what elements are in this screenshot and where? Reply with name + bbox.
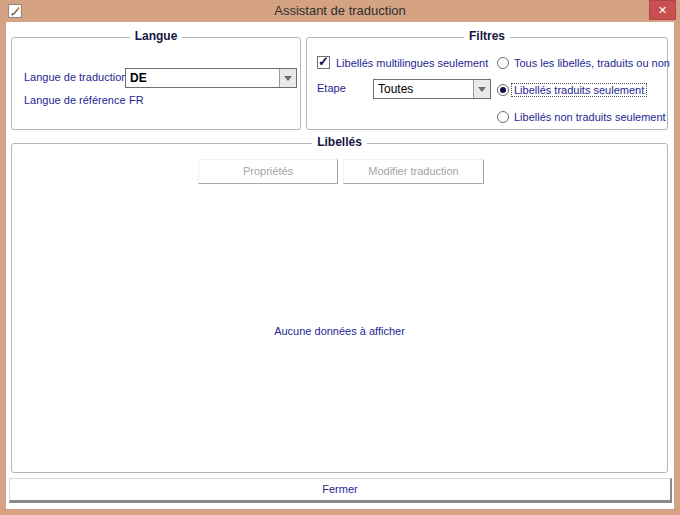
- translation-assistant-dialog: Assistant de traduction ✕ Langue Langue …: [0, 0, 680, 515]
- group-langue: Langue Langue de traduction DE Langue de…: [11, 37, 301, 130]
- group-filtres-title: Filtres: [307, 29, 667, 43]
- radio-translated-only-label[interactable]: Libellés traduits seulement: [512, 84, 646, 96]
- group-libelles-title: Libellés: [12, 135, 667, 149]
- multilingual-only-checkbox[interactable]: ✓: [317, 56, 330, 69]
- group-langue-title: Langue: [12, 29, 300, 43]
- group-libelles: Libellés Propriétés Modifier traduction …: [11, 143, 668, 473]
- radio-untranslated-only-label[interactable]: Libellés non traduits seulement: [514, 111, 666, 123]
- etape-value: Toutes: [378, 82, 413, 96]
- modify-translation-button[interactable]: Modifier traduction: [343, 159, 484, 184]
- radio-all-labels[interactable]: [497, 57, 509, 69]
- translation-language-select[interactable]: DE: [125, 68, 297, 88]
- titlebar[interactable]: Assistant de traduction ✕: [0, 0, 680, 22]
- dialog-content: Langue Langue de traduction DE Langue de…: [6, 22, 674, 509]
- reference-language-value: FR: [129, 94, 144, 106]
- reference-language-label: Langue de référence: [24, 94, 126, 106]
- properties-button[interactable]: Propriétés: [198, 159, 338, 184]
- checkmark-icon: ✓: [318, 54, 329, 69]
- radio-untranslated-only[interactable]: [497, 111, 509, 123]
- close-icon[interactable]: ✕: [649, 0, 676, 20]
- radio-translated-only[interactable]: [497, 84, 509, 96]
- empty-data-message: Aucune données à afficher: [12, 325, 667, 337]
- chevron-down-icon[interactable]: [473, 80, 490, 98]
- etape-select[interactable]: Toutes: [373, 79, 491, 99]
- translation-language-value: DE: [130, 71, 147, 85]
- translation-language-label: Langue de traduction: [24, 71, 127, 83]
- window-title: Assistant de traduction: [0, 3, 680, 18]
- multilingual-only-label[interactable]: Libellés multilingues seulement: [336, 57, 488, 69]
- fermer-button[interactable]: Fermer: [9, 478, 672, 503]
- group-filtres: Filtres ✓ Libellés multilingues seulemen…: [306, 37, 668, 130]
- radio-all-labels-label[interactable]: Tous les libellés, traduits ou non: [514, 57, 670, 69]
- etape-label: Etape: [317, 82, 346, 94]
- chevron-down-icon[interactable]: [279, 69, 296, 87]
